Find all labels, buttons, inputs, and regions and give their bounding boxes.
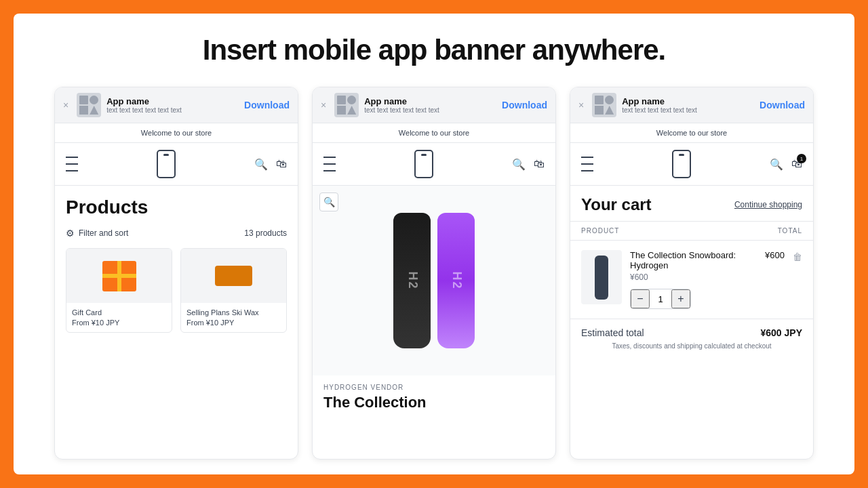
snowboard-purple: H2: [437, 213, 475, 348]
product-name-2: Selling Plans Ski Wax: [186, 308, 281, 317]
product-detail-title: The Collection: [323, 394, 545, 411]
download-button-3[interactable]: Download: [760, 100, 805, 110]
cart-item-name: The Collection Snowboard: Hydrogen: [630, 250, 749, 270]
snowboard-text-black: H2: [405, 271, 419, 289]
banner-close-2[interactable]: ×: [321, 100, 326, 110]
app-icon-2: [334, 93, 359, 117]
filter-sort[interactable]: ⚙ Filter and sort: [66, 228, 128, 239]
product-price-2: From ¥10 JPY: [186, 319, 281, 327]
nav-right-2: 🔍 🛍: [512, 158, 545, 171]
product-info-1: Gift Card From ¥10 JPY: [66, 303, 172, 332]
mobile-icon-1: [157, 150, 176, 178]
store-header-3: Welcome to our store: [570, 123, 813, 143]
products-grid: Gift Card From ¥10 JPY Selling Plans Ski…: [66, 248, 287, 333]
app-desc-2: text text text text text text: [364, 106, 496, 114]
app-info-3: App name text text text text text text: [622, 96, 754, 114]
download-button-2[interactable]: Download: [502, 100, 547, 110]
card-products: × App name text text text text text text…: [54, 87, 298, 460]
mobile-icon-3: [672, 150, 691, 178]
gift-box-icon: [102, 261, 136, 291]
cart-snowboard-icon: [595, 256, 608, 300]
card-product-detail: × App name text text text text text text…: [312, 87, 556, 460]
snowboard-black: H2: [393, 213, 431, 348]
product-img-2: [181, 249, 286, 303]
cart-header: Your cart Continue shopping: [570, 186, 813, 221]
cart-item-details: The Collection Snowboard: Hydrogen ¥600 …: [630, 250, 749, 309]
products-content: Products ⚙ Filter and sort 13 products: [55, 186, 298, 344]
search-icon-3[interactable]: 🔍: [770, 158, 783, 171]
filter-icon: ⚙: [66, 228, 75, 239]
filter-bar: ⚙ Filter and sort 13 products: [66, 228, 287, 239]
filter-label: Filter and sort: [79, 228, 128, 238]
products-count: 13 products: [244, 228, 287, 238]
zoom-button[interactable]: 🔍: [319, 192, 338, 211]
col-product-label: PRODUCT: [581, 227, 619, 235]
cart-footer: Estimated total ¥600 JPY Taxes, discount…: [570, 319, 813, 358]
app-banner-3: × App name text text text text text text…: [570, 87, 813, 123]
banner-close-1[interactable]: ×: [63, 100, 68, 110]
snowboard-image-container: 🔍 H2 H2: [313, 186, 555, 375]
tax-note: Taxes, discounts and shipping calculated…: [581, 342, 802, 350]
banner-close-3[interactable]: ×: [578, 100, 584, 110]
product-price-1: From ¥10 JPY: [72, 319, 166, 327]
card-cart: × App name text text text text text text…: [570, 87, 814, 460]
product-img-1: [66, 249, 172, 303]
cart-icon-wrap: 🛍 1: [791, 158, 802, 170]
quantity-control: − 1 +: [630, 289, 691, 309]
store-header-1: Welcome to our store: [55, 123, 298, 143]
hamburger-icon[interactable]: [66, 155, 78, 173]
app-banner-2: × App name text text text text text text…: [313, 87, 555, 123]
cart-icon-2[interactable]: 🛍: [534, 158, 545, 170]
product-item-1[interactable]: Gift Card From ¥10 JPY: [66, 248, 172, 333]
snowboard-wrap: H2 H2: [393, 213, 475, 348]
app-name-1: App name: [106, 96, 239, 106]
cart-item: The Collection Snowboard: Hydrogen ¥600 …: [570, 241, 813, 319]
cart-item-total: ¥600: [757, 250, 785, 260]
products-title: Products: [66, 197, 287, 218]
mobile-icon-2: [414, 150, 433, 178]
cart-table-header: PRODUCT TOTAL: [570, 221, 813, 241]
app-banner-1: × App name text text text text text text…: [55, 87, 298, 123]
app-icon-3: [592, 93, 616, 117]
estimated-total-row: Estimated total ¥600 JPY: [581, 327, 802, 338]
nav-bar-2: 🔍 🛍: [313, 143, 555, 186]
app-icon-1: [77, 93, 101, 117]
quantity-value: 1: [650, 294, 671, 304]
app-name-3: App name: [622, 96, 754, 106]
cart-item-image: [581, 250, 622, 304]
delete-item-button[interactable]: 🗑: [793, 251, 802, 262]
wax-bar-icon: [215, 266, 252, 286]
nav-bar-3: 🔍 🛍 1: [570, 143, 813, 186]
search-icon-1[interactable]: 🔍: [254, 158, 268, 171]
snowboard-text-purple: H2: [449, 271, 463, 289]
cards-row: × App name text text text text text text…: [41, 87, 827, 460]
store-header-2: Welcome to our store: [313, 123, 555, 143]
nav-right-1: 🔍 🛍: [254, 158, 287, 171]
product-info-2: Selling Plans Ski Wax From ¥10 JPY: [181, 303, 286, 332]
download-button-1[interactable]: Download: [244, 100, 290, 110]
search-icon-2[interactable]: 🔍: [512, 158, 526, 171]
page-headline: Insert mobile app banner anywhere.: [41, 34, 827, 66]
app-info-1: App name text text text text text text: [106, 96, 239, 114]
nav-bar-1: 🔍 🛍: [55, 143, 298, 186]
app-info-2: App name text text text text text text: [364, 96, 496, 114]
hamburger-icon-2[interactable]: [323, 155, 336, 173]
app-name-2: App name: [364, 96, 496, 106]
product-detail-info: HYDROGEN VENDOR The Collection: [313, 375, 555, 420]
cart-title: Your cart: [581, 195, 652, 214]
vendor-label: HYDROGEN VENDOR: [323, 384, 545, 391]
product-item-2[interactable]: Selling Plans Ski Wax From ¥10 JPY: [180, 248, 287, 333]
nav-right-3: 🔍 🛍 1: [770, 158, 802, 171]
cart-badge: 1: [797, 154, 806, 163]
cart-item-price: ¥600: [630, 272, 749, 282]
app-desc-3: text text text text text text: [622, 106, 754, 114]
estimated-total-value: ¥600 JPY: [761, 327, 803, 338]
hamburger-icon-3[interactable]: [581, 155, 593, 173]
quantity-increase[interactable]: +: [671, 289, 690, 308]
cart-icon-1[interactable]: 🛍: [276, 158, 287, 170]
app-desc-1: text text text text text text: [106, 106, 239, 114]
quantity-decrease[interactable]: −: [631, 289, 650, 308]
col-total-label: TOTAL: [778, 227, 802, 235]
continue-shopping-link[interactable]: Continue shopping: [734, 200, 802, 209]
estimated-total-label: Estimated total: [581, 327, 644, 338]
